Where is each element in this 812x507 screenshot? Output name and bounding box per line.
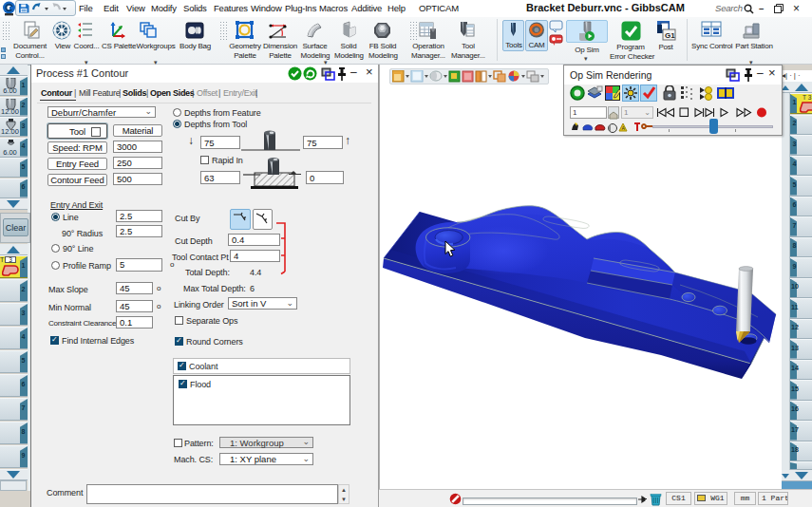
svg-text:G1: G1 bbox=[665, 31, 675, 40]
